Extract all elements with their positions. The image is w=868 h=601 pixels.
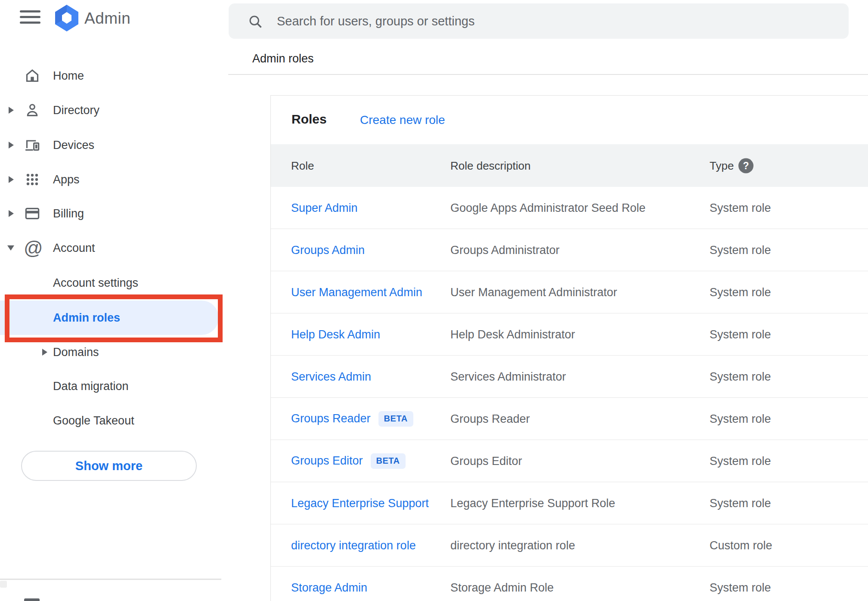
sidebar-item-domains[interactable]: Domains — [0, 335, 221, 369]
role-description-cell: Help Desk Administrator — [450, 328, 575, 341]
table-row: Storage Admin Storage Admin Role System … — [271, 567, 868, 601]
expand-arrow-icon[interactable] — [42, 349, 47, 356]
role-link[interactable]: Services Admin — [291, 370, 371, 383]
partial-bottom-icon — [24, 598, 40, 601]
role-link[interactable]: Help Desk Admin — [291, 328, 380, 341]
role-description-cell: Groups Administrator — [450, 243, 560, 257]
sidebar-item-label: Data migration — [53, 380, 129, 393]
beta-badge: BETA — [378, 411, 413, 427]
role-description-cell: User Management Administrator — [450, 285, 617, 299]
column-header-role: Role — [291, 159, 314, 172]
roles-panel: Roles Create new role Role Role descript… — [270, 95, 868, 601]
role-link[interactable]: Groups Editor — [291, 454, 363, 468]
expand-arrow-icon[interactable] — [9, 210, 14, 217]
role-link[interactable]: Storage Admin — [291, 581, 367, 594]
search-bar[interactable] — [229, 3, 849, 39]
expand-arrow-icon[interactable] — [9, 107, 14, 114]
role-link[interactable]: Groups Admin — [291, 243, 365, 257]
sidebar-item-home[interactable]: Home — [0, 59, 221, 93]
role-link[interactable]: directory integration role — [291, 539, 416, 552]
google-admin-console: Admin Admin roles Home — [0, 0, 868, 601]
table-row: Legacy Enterprise Support Legacy Enterpr… — [271, 482, 868, 524]
role-link[interactable]: User Management Admin — [291, 285, 422, 299]
partial-element — [0, 581, 7, 588]
sidebar-item-label: Account — [53, 242, 95, 255]
sidebar-item-label: Billing — [53, 207, 84, 220]
table-row: directory integration role directory int… — [271, 524, 868, 567]
sidebar-item-label: Home — [53, 69, 84, 83]
sidebar-item-label: Admin roles — [53, 311, 120, 325]
role-type-cell: System role — [710, 370, 771, 383]
role-description-cell: directory integration role — [450, 539, 575, 552]
devices-icon — [24, 136, 41, 154]
role-type-cell: System role — [710, 412, 771, 425]
sidebar-item-billing[interactable]: Billing — [0, 196, 221, 231]
role-description-cell: Legacy Enterprise Support Role — [450, 496, 615, 510]
column-header-description: Role description — [450, 159, 530, 172]
sidebar-item-account[interactable]: @ Account — [0, 231, 221, 265]
at-sign-icon: @ — [24, 239, 41, 257]
role-type-cell: System role — [710, 581, 771, 594]
sidebar-divider — [0, 579, 221, 580]
role-link[interactable]: Groups Reader — [291, 412, 371, 425]
sidebar-item-google-takeout[interactable]: Google Takeout — [0, 403, 221, 438]
table-row: Groups Admin Groups Administrator System… — [271, 229, 868, 271]
admin-logo-icon — [55, 5, 78, 31]
collapse-arrow-icon[interactable] — [7, 245, 14, 251]
role-type-cell: System role — [710, 285, 771, 299]
help-icon[interactable]: ? — [738, 158, 753, 173]
table-header-row: Role Role description Type ? — [271, 144, 868, 187]
table-row: User Management Admin User Management Ad… — [271, 271, 868, 313]
sidebar-item-account-settings[interactable]: Account settings — [0, 266, 221, 300]
sidebar-item-label: Directory — [53, 104, 99, 117]
sidebar-item-label: Apps — [53, 173, 80, 186]
brand-title: Admin — [84, 9, 130, 28]
role-type-cell: System role — [710, 496, 771, 510]
table-row: Groups Editor BETA Groups Editor System … — [271, 440, 868, 482]
sidebar-item-label: Account settings — [53, 276, 138, 290]
hamburger-menu-icon[interactable] — [20, 10, 40, 27]
breadcrumb: Admin roles — [252, 52, 314, 65]
role-description-cell: Services Administrator — [450, 370, 566, 383]
role-link[interactable]: Super Admin — [291, 201, 358, 214]
sidebar-item-devices[interactable]: Devices — [0, 128, 221, 162]
header-divider — [228, 74, 868, 75]
expand-arrow-icon[interactable] — [9, 176, 14, 183]
role-description-cell: Google Apps Administrator Seed Role — [450, 201, 645, 214]
sidebar-item-directory[interactable]: Directory — [0, 93, 221, 127]
sidebar-item-label: Domains — [53, 346, 99, 359]
role-type-cell: System role — [710, 243, 771, 257]
search-input[interactable] — [277, 3, 828, 39]
role-description-cell: Groups Editor — [450, 454, 522, 468]
create-new-role-link[interactable]: Create new role — [360, 113, 445, 127]
expand-arrow-icon[interactable] — [9, 142, 14, 149]
role-type-cell: System role — [710, 201, 771, 214]
search-icon — [248, 14, 263, 31]
role-type-cell: Custom role — [710, 539, 772, 552]
sidebar-item-label: Google Takeout — [53, 414, 134, 428]
sidebar-item-label: Devices — [53, 139, 94, 152]
show-more-button[interactable]: Show more — [21, 451, 197, 481]
apps-grid-icon — [24, 171, 41, 188]
sidebar-item-admin-roles[interactable]: Admin roles — [0, 300, 221, 335]
roles-table-body: Super Admin Google Apps Administrator Se… — [271, 187, 868, 601]
table-row: Services Admin Services Administrator Sy… — [271, 356, 868, 398]
role-type-cell: System role — [710, 454, 771, 468]
table-row: Help Desk Admin Help Desk Administrator … — [271, 313, 868, 356]
role-type-cell: System role — [710, 328, 771, 341]
role-description-cell: Storage Admin Role — [450, 581, 554, 594]
table-row: Super Admin Google Apps Administrator Se… — [271, 187, 868, 229]
person-icon — [24, 102, 41, 119]
table-row: Groups Reader BETA Groups Reader System … — [271, 398, 868, 440]
sidebar-item-data-migration[interactable]: Data migration — [0, 369, 221, 403]
sidebar-item-apps[interactable]: Apps — [0, 162, 221, 197]
beta-badge: BETA — [371, 453, 406, 469]
credit-card-icon — [24, 205, 41, 222]
column-header-type: Type — [710, 159, 734, 172]
panel-title: Roles — [291, 112, 327, 127]
role-description-cell: Groups Reader — [450, 412, 530, 425]
home-icon — [24, 67, 41, 84]
role-link[interactable]: Legacy Enterprise Support — [291, 496, 429, 510]
